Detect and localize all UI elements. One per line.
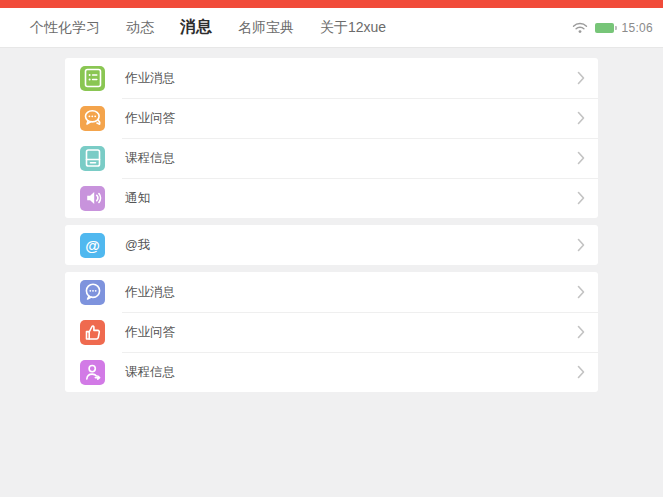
list-item-label: 作业消息 [125,70,577,87]
message-group-1: 作业消息 作业问答 课程信息 通知 [65,58,598,218]
chat-bubble-icon [80,280,105,305]
chat-dots-icon [80,106,105,131]
chevron-right-icon [577,285,585,299]
speaker-icon [80,186,105,211]
tab-personalized-learning[interactable]: 个性化学习 [30,19,100,37]
tab-dynamics[interactable]: 动态 [126,19,154,37]
list-item[interactable]: 作业问答 [65,312,598,352]
message-group-3: 作业消息 作业问答 课程信息 [65,272,598,392]
chevron-right-icon [577,191,585,205]
list-item[interactable]: @@我 [65,225,598,265]
battery-icon [595,23,614,33]
message-group-2: @@我 [65,225,598,265]
list-item[interactable]: 课程信息 [65,352,598,392]
list-item[interactable]: 作业问答 [65,98,598,138]
tab-about-12xue[interactable]: 关于12xue [320,19,386,37]
list-item[interactable]: 通知 [65,178,598,218]
thumbs-up-icon [80,320,105,345]
chevron-right-icon [577,151,585,165]
list-item-label: 作业问答 [125,324,577,341]
list-item-label: 作业问答 [125,110,577,127]
chevron-right-icon [577,325,585,339]
chevron-right-icon [577,111,585,125]
list-item-label: @我 [125,237,577,254]
notebook-icon [80,146,105,171]
list-item-label: 通知 [125,190,577,207]
list-item-label: 作业消息 [125,284,577,301]
at-icon: @ [80,233,105,258]
tab-messages[interactable]: 消息 [180,17,212,38]
chevron-right-icon [577,71,585,85]
nav-tabs: 个性化学习动态消息名师宝典关于12xue [30,17,386,38]
list-item[interactable]: 作业消息 [65,272,598,312]
list-item[interactable]: 课程信息 [65,138,598,178]
wifi-icon [572,21,588,34]
top-navbar: 个性化学习动态消息名师宝典关于12xue 15:06 [0,8,663,48]
clock-time: 15:06 [621,21,653,35]
tab-famous-teacher-treasury[interactable]: 名师宝典 [238,19,294,37]
chevron-right-icon [577,365,585,379]
status-area: 15:06 [572,21,653,35]
list-item-label: 课程信息 [125,150,577,167]
battery-nub [615,26,617,30]
app-screen: 个性化学习动态消息名师宝典关于12xue 15:06 作业消息 作业问答 课程信… [0,0,663,497]
person-arrow-icon [80,360,105,385]
list-item[interactable]: 作业消息 [65,58,598,98]
checklist-icon [80,66,105,91]
top-red-bar [0,0,663,8]
chevron-right-icon [577,238,585,252]
list-item-label: 课程信息 [125,364,577,381]
message-list: 作业消息 作业问答 课程信息 通知 @@我 作业消息 作业问答 课程信息 [0,48,663,392]
